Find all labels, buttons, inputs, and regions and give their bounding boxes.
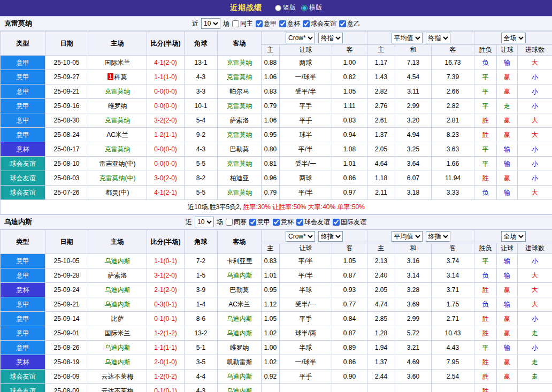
filter-checkbox[interactable]: 意乙 [339,19,360,28]
away-team-name[interactable]: 克雷莫纳 [227,73,252,81]
filter-checkbox[interactable]: 球会友谊 [296,218,330,227]
home-team-name[interactable]: 维罗纳 [108,102,127,110]
avg-source-select[interactable]: 平均值 [392,231,423,242]
avg-source-select[interactable]: 平均值 [392,33,423,43]
col-header: 比分(半场) [147,230,185,254]
away-team-name[interactable]: 凯勒雷斯 [227,358,252,366]
filter-checkbox-input[interactable] [303,20,310,27]
away-team-name[interactable]: 克雷莫纳 [227,102,252,110]
avg-final-select[interactable]: 终指 [426,33,450,43]
home-team-name[interactable]: 都灵(中) [106,189,129,196]
filter-checkbox[interactable]: 意杯 [279,19,300,28]
home-team-name[interactable]: 国际米兰 [105,329,131,337]
home-team-name[interactable]: 科莫 [114,73,127,81]
cell-date: 25-08-24 [45,128,88,142]
odds-final-select[interactable]: 终指 [318,231,343,242]
scope-select[interactable]: 全场 [501,33,526,43]
filter-checkbox[interactable]: 同主 [232,19,253,28]
away-team-name[interactable]: 萨索洛 [230,117,249,124]
filter-checkbox[interactable]: 同赛 [226,218,247,227]
filter-checkbox[interactable]: 球会友谊 [303,19,336,28]
cell-asian-away: 0.77 [332,297,367,312]
away-team-name[interactable]: 乌迪内斯 [227,272,252,279]
layout-radio-horizontal[interactable]: 横版 [301,3,322,12]
scope-select[interactable]: 全场 [501,231,526,242]
filter-checkbox[interactable]: 意甲 [256,19,277,28]
filter-checkbox-input[interactable] [273,219,280,226]
cell-home-team: 雷吉亚纳(中) [88,157,147,171]
filter-checkbox[interactable]: 意甲 [249,218,270,227]
home-team-name[interactable]: 云达不莱梅 [102,387,134,392]
cell-result: 胜 [474,128,497,142]
home-team-name[interactable]: 克雷莫纳 [105,145,131,153]
home-team-name[interactable]: 克雷莫纳 [105,117,131,124]
cell-corners: 5-5 [185,157,218,171]
cell-avg-home: 1.18 [367,171,395,186]
cell-avg-draw: 7.13 [395,56,432,70]
table-row: 意甲25-09-21克雷莫纳0-0(0-0)3-3帕尔马0.83受平/半1.05… [1,84,552,99]
filter-checkbox-input[interactable] [256,20,263,27]
cell-corners: 5-4 [185,113,218,128]
away-team-name[interactable]: 克雷莫纳 [227,59,252,66]
home-team-name[interactable]: 比萨 [111,315,124,322]
team-name[interactable]: 乌迪内斯 [4,217,32,227]
layout-radio-input[interactable] [275,5,281,11]
filter-checkbox-input[interactable] [296,219,303,226]
away-team-name[interactable]: 乌迪内斯 [227,387,252,392]
filter-checkbox-input[interactable] [249,219,256,226]
home-team-name[interactable]: 雷吉亚纳(中) [99,160,136,167]
home-team-name[interactable]: 乌迪内斯 [105,286,131,294]
away-team-name[interactable]: 柏迪亚 [230,174,249,182]
away-team-name[interactable]: 乌迪内斯 [227,373,252,380]
cell-corners: 4-3 [185,70,218,84]
filter-checkbox[interactable]: 意杯 [273,218,294,227]
filter-checkbox-input[interactable] [333,219,340,226]
odds-company-select[interactable]: Crow* [286,231,315,242]
cell-competition: 球会友谊 [1,171,45,186]
home-team-name[interactable]: 克雷莫纳(中) [99,174,136,182]
layout-radio-input[interactable] [301,5,308,11]
home-team-name[interactable]: AC米兰 [106,131,128,139]
cell-handicap-result: 赢 [497,84,518,99]
team-name[interactable]: 克雷莫纳 [4,19,32,28]
home-team-name[interactable]: 克雷莫纳 [105,88,131,95]
away-team-name[interactable]: 维罗纳 [230,344,249,351]
away-team-name[interactable]: 克雷莫纳 [227,189,252,196]
cell-score: 3-1(2-0) [147,268,185,283]
away-team-name[interactable]: 卡利亚里 [227,257,252,265]
cell-avg-home: 2.05 [367,283,395,297]
cell-corners: 1-5 [185,268,218,283]
home-team-name[interactable]: 乌迪内斯 [105,344,131,351]
home-team-name[interactable]: 乌迪内斯 [105,257,131,265]
filter-checkbox-input[interactable] [226,219,233,226]
filter-checkbox-input[interactable] [232,20,239,27]
cell-competition: 意甲 [1,341,45,355]
filter-checkbox-input[interactable] [339,20,346,27]
cell-avg-draw: 3.11 [395,84,432,99]
home-team-name[interactable]: 国际米兰 [105,59,131,66]
odds-company-select[interactable]: Crow* [286,33,315,43]
away-team-name[interactable]: 克雷莫纳 [227,160,252,167]
away-team-name[interactable]: AC米兰 [228,301,250,308]
match-count-select[interactable]: 10 [195,217,214,227]
away-team-name[interactable]: 帕尔马 [230,88,249,95]
away-team-name[interactable]: 乌迪内斯 [227,315,252,322]
away-team-name[interactable]: 巴勒莫 [230,145,249,153]
home-team-name[interactable]: 乌迪内斯 [105,358,131,366]
away-team-name[interactable]: 巴勒莫 [230,286,249,294]
home-team-name[interactable]: 乌迪内斯 [105,301,131,308]
home-team-name[interactable]: 云达不莱梅 [102,373,134,380]
away-team-name[interactable]: 克雷莫纳 [227,131,252,139]
match-count-select[interactable]: 10 [201,18,220,29]
filter-checkbox-input[interactable] [279,20,286,27]
filter-checkbox[interactable]: 国际友谊 [333,218,366,227]
home-team-name[interactable]: 萨索洛 [108,272,127,279]
away-team-name[interactable]: 乌迪内斯 [227,329,252,337]
layout-radio-vertical[interactable]: 竖版 [275,3,296,12]
cell-result: 平 [474,84,497,99]
filter-bar: 近10场同赛意甲意杯球会友谊国际友谊 [186,217,366,227]
odds-final-select[interactable]: 终指 [318,33,343,43]
avg-final-select[interactable]: 终指 [426,231,450,242]
cell-avg-home: 2.40 [367,268,395,283]
cell-asian-away: 0.82 [332,70,367,84]
